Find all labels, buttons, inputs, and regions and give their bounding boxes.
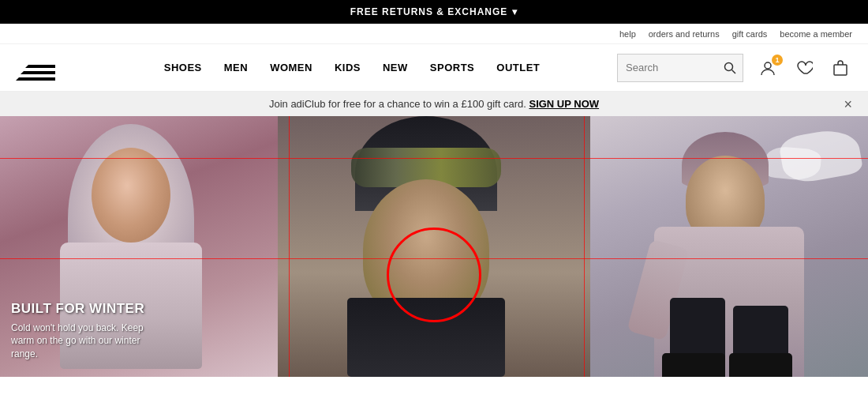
- nav-kids[interactable]: KIDS: [335, 62, 361, 73]
- hero-right-image: [590, 116, 868, 377]
- utility-bar: help orders and returns gift cards becom…: [0, 24, 868, 44]
- account-button[interactable]: 1: [756, 56, 780, 80]
- announcement-chevron[interactable]: ▾: [512, 6, 518, 17]
- nav-shoes[interactable]: SHOES: [164, 62, 202, 73]
- search-button[interactable]: [720, 58, 739, 77]
- main-nav: SHOES MEN WOMEN KIDS NEW SPORTS OUTLET: [87, 62, 617, 73]
- hero-center-image: [278, 116, 590, 377]
- gift-cards-link[interactable]: gift cards: [732, 29, 768, 39]
- svg-marker-2: [25, 65, 55, 68]
- nav-right-actions: 1: [617, 54, 852, 82]
- wishlist-button[interactable]: [792, 56, 816, 80]
- nav-women[interactable]: WOMEN: [270, 62, 312, 73]
- logo[interactable]: [16, 55, 55, 81]
- promo-banner: Join adiClub for free for a chance to wi…: [0, 92, 868, 116]
- help-link[interactable]: help: [619, 29, 636, 39]
- cart-button[interactable]: [829, 56, 852, 80]
- account-badge: 1: [772, 55, 783, 66]
- hero-subtitle: Cold won't hold you back. Keep warm on t…: [11, 322, 169, 361]
- member-link[interactable]: become a member: [780, 29, 852, 39]
- nav-outlet[interactable]: OUTLET: [496, 62, 540, 73]
- search-input[interactable]: [626, 62, 720, 73]
- main-navbar: SHOES MEN WOMEN KIDS NEW SPORTS OUTLET 1: [0, 44, 868, 92]
- nav-men[interactable]: MEN: [224, 62, 248, 73]
- search-box[interactable]: [617, 54, 743, 82]
- nav-sports[interactable]: SPORTS: [430, 62, 474, 73]
- svg-point-5: [765, 62, 771, 69]
- announcement-bar: FREE RETURNS & EXCHANGE ▾: [0, 0, 868, 24]
- hero-section: BUILT FOR WINTER Cold won't hold you bac…: [0, 116, 868, 377]
- svg-point-3: [725, 62, 733, 70]
- promo-cta[interactable]: SIGN UP NOW: [529, 98, 599, 110]
- hero-title: BUILT FOR WINTER: [11, 301, 169, 317]
- nav-new[interactable]: NEW: [383, 62, 408, 73]
- orders-link[interactable]: orders and returns: [649, 29, 720, 39]
- announcement-text: FREE RETURNS & EXCHANGE: [350, 6, 508, 17]
- svg-marker-0: [16, 77, 55, 81]
- hero-left-panel: BUILT FOR WINTER Cold won't hold you bac…: [0, 116, 278, 377]
- svg-marker-1: [21, 71, 55, 74]
- svg-rect-6: [834, 65, 847, 75]
- hero-center-panel: [278, 116, 590, 377]
- hero-left-image: BUILT FOR WINTER Cold won't hold you bac…: [0, 116, 278, 377]
- promo-text: Join adiClub for free for a chance to wi…: [269, 98, 526, 110]
- svg-line-4: [732, 70, 736, 73]
- promo-close-button[interactable]: ×: [844, 96, 852, 112]
- hero-text-overlay: BUILT FOR WINTER Cold won't hold you bac…: [11, 301, 169, 361]
- hero-right-panel: FEEDBACK: [590, 116, 868, 377]
